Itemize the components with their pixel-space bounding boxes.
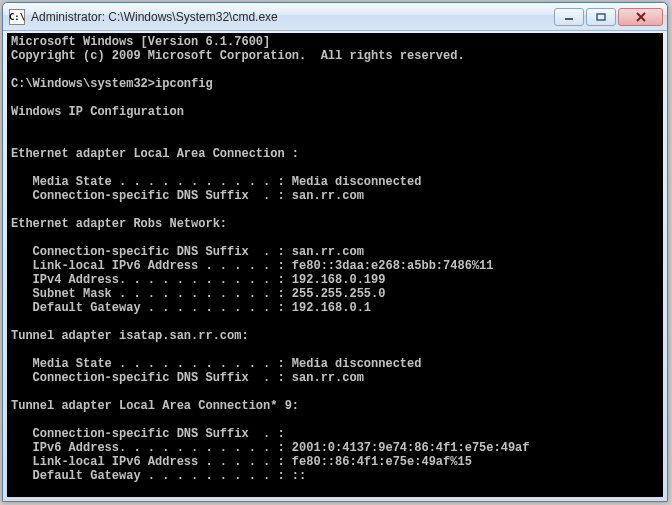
console-line: Connection-specific DNS Suffix . : [11, 427, 659, 441]
window-controls [552, 8, 663, 26]
console-line [11, 63, 659, 77]
console-line: C:\Windows\system32>ipconfig [11, 77, 659, 91]
window-title: Administrator: C:\Windows\System32\cmd.e… [31, 10, 552, 24]
app-icon: C:\ [9, 9, 25, 25]
command: ipconfig [155, 77, 213, 91]
console-line: Connection-specific DNS Suffix . : san.r… [11, 189, 659, 203]
console-line: IPv6 Address. . . . . . . . . . . : 2001… [11, 441, 659, 455]
console-line: Link-local IPv6 Address . . . . . : fe80… [11, 259, 659, 273]
console-line: Ethernet adapter Local Area Connection : [11, 147, 659, 161]
console-line: Windows IP Configuration [11, 105, 659, 119]
prompt: C:\Windows\system32> [11, 77, 155, 91]
svg-rect-1 [597, 14, 605, 20]
console-line: Connection-specific DNS Suffix . : san.r… [11, 371, 659, 385]
console-output[interactable]: Microsoft Windows [Version 6.1.7600]Copy… [7, 33, 663, 497]
console-line [11, 483, 659, 497]
close-button[interactable] [618, 8, 663, 26]
console-line: Subnet Mask . . . . . . . . . . . : 255.… [11, 287, 659, 301]
console-line: Microsoft Windows [Version 6.1.7600] [11, 35, 659, 49]
console-line: Media State . . . . . . . . . . . : Medi… [11, 175, 659, 189]
console-line: Ethernet adapter Robs Network: [11, 217, 659, 231]
console-line: IPv4 Address. . . . . . . . . . . : 192.… [11, 273, 659, 287]
console-line: Tunnel adapter Local Area Connection* 9: [11, 399, 659, 413]
console-line: Connection-specific DNS Suffix . : san.r… [11, 245, 659, 259]
console-line [11, 203, 659, 217]
console-line [11, 231, 659, 245]
console-line [11, 385, 659, 399]
console-line: Link-local IPv6 Address . . . . . : fe80… [11, 455, 659, 469]
console-line [11, 133, 659, 147]
console-line: Default Gateway . . . . . . . . . : :: [11, 469, 659, 483]
console-line [11, 91, 659, 105]
console-line: Tunnel adapter isatap.san.rr.com: [11, 329, 659, 343]
console-line [11, 315, 659, 329]
console-line: Default Gateway . . . . . . . . . : 192.… [11, 301, 659, 315]
minimize-button[interactable] [554, 8, 584, 26]
console-line: Media State . . . . . . . . . . . : Medi… [11, 357, 659, 371]
titlebar[interactable]: C:\ Administrator: C:\Windows\System32\c… [3, 3, 667, 31]
console-line [11, 161, 659, 175]
console-line [11, 413, 659, 427]
maximize-button[interactable] [586, 8, 616, 26]
console-line [11, 119, 659, 133]
cmd-window: C:\ Administrator: C:\Windows\System32\c… [2, 2, 668, 502]
console-line: Copyright (c) 2009 Microsoft Corporation… [11, 49, 659, 63]
console-line [11, 343, 659, 357]
